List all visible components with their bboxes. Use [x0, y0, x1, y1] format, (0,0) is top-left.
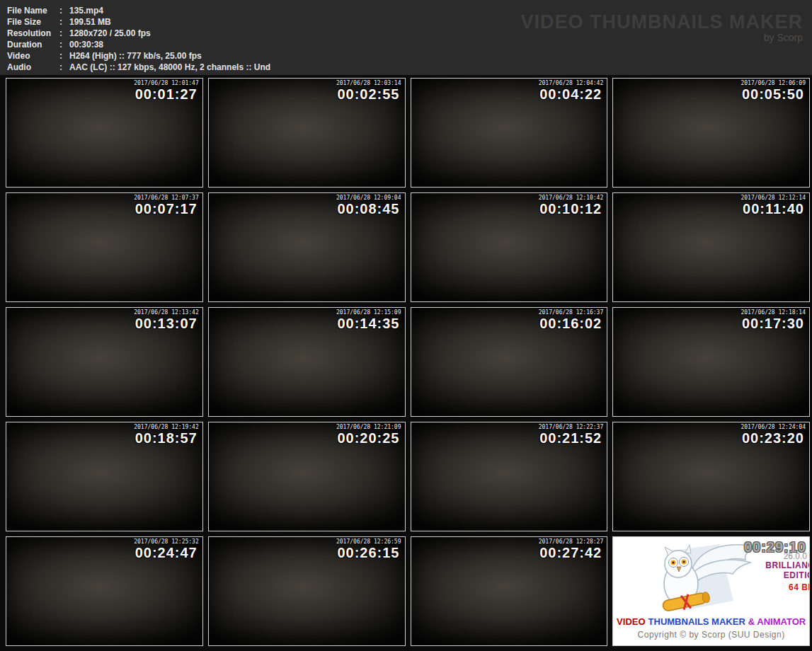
camera-datetime-overlay: 2017/06/28 12:01:47: [134, 80, 199, 86]
video-thumbnail[interactable]: 2017/06/28 12:16:37 00:16:02: [411, 307, 608, 417]
timestamp-overlay: 00:14:35: [337, 316, 399, 332]
field-label: File Name: [7, 5, 59, 16]
camera-datetime-overlay: 2017/06/28 12:07:37: [134, 195, 199, 201]
field-label: Video: [7, 50, 59, 62]
file-info-row: Audio:AAC (LC) :: 127 kbps, 48000 Hz, 2 …: [7, 62, 270, 73]
edition-label: BRILLIANCE EDITION: [765, 560, 810, 580]
field-label: File Size: [7, 16, 59, 28]
field-value: 1280x720 / 25.00 fps: [69, 28, 151, 38]
field-value: AAC (LC) :: 127 kbps, 48000 Hz, 2 channe…: [69, 62, 270, 72]
file-info-header: File Name:135.mp4 File Size:199.51 MB Re…: [0, 0, 812, 75]
camera-datetime-overlay: 2017/06/28 12:21:09: [336, 424, 401, 430]
timestamp-overlay: 00:16:02: [539, 316, 602, 332]
field-separator: :: [59, 28, 69, 39]
file-info-row: File Size:199.51 MB: [7, 16, 270, 28]
video-thumbnail[interactable]: 2017/06/28 12:03:14 00:02:55: [208, 78, 406, 188]
camera-datetime-overlay: 2017/06/28 12:06:09: [740, 80, 806, 86]
timestamp-overlay: 00:21:52: [539, 430, 602, 447]
video-thumbnail[interactable]: 2017/06/28 12:28:27 00:27:42: [411, 536, 608, 646]
camera-datetime-overlay: 2017/06/28 12:09:04: [336, 195, 401, 201]
timestamp-overlay: 00:11:40: [743, 201, 804, 217]
file-info-row: File Name:135.mp4: [7, 5, 270, 16]
camera-datetime-overlay: 2017/06/28 12:03:14: [336, 80, 401, 86]
timestamp-overlay: 00:04:22: [539, 86, 602, 103]
timestamp-overlay: 00:24:47: [135, 545, 198, 561]
video-thumbnail[interactable]: 2017/06/28 12:19:42 00:18:57: [6, 422, 203, 531]
video-thumbnail[interactable]: 2017/06/28 12:21:09 00:20:25: [208, 422, 406, 531]
thumbnail-grid: 2017/06/28 12:01:47 00:01:27 2017/06/28 …: [6, 78, 810, 646]
video-thumbnail[interactable]: 2017/06/28 12:12:14 00:11:40: [612, 192, 810, 302]
timestamp-overlay: 00:17:30: [742, 316, 804, 332]
file-info-block: File Name:135.mp4 File Size:199.51 MB Re…: [7, 5, 270, 73]
camera-datetime-overlay: 2017/06/28 12:28:27: [539, 538, 604, 545]
app-title-part: THUMBNAILS MAKER: [648, 616, 745, 627]
app-logo-subtitle: by Scorp: [521, 32, 804, 43]
timestamp-overlay: 00:01:27: [135, 86, 198, 103]
video-thumbnail[interactable]: 2017/06/28 12:13:42 00:13:07: [6, 307, 203, 417]
edition-line: BRILLIANCE: [765, 560, 810, 570]
camera-datetime-overlay: 2017/06/28 12:22:37: [539, 424, 604, 430]
video-thumbnail[interactable]: 2017/06/28 12:09:04 00:08:45: [208, 192, 406, 302]
video-thumbnail[interactable]: 2017/06/28 12:15:09 00:14:35: [208, 307, 406, 417]
app-title-part: & ANIMATOR: [748, 616, 806, 627]
camera-datetime-overlay: 2017/06/28 12:19:42: [134, 424, 199, 430]
camera-datetime-overlay: 2017/06/28 12:25:32: [134, 538, 199, 545]
timestamp-overlay: 00:26:15: [337, 545, 399, 561]
video-thumbnail[interactable]: 2017/06/28 12:25:32 00:24:47: [6, 536, 203, 646]
file-info-row: Video:H264 (High) :: 777 kb/s, 25.00 fps: [7, 50, 270, 62]
camera-datetime-overlay: 2017/06/28 12:10:42: [539, 195, 604, 201]
timestamp-overlay: 00:08:45: [337, 201, 399, 217]
edition-line: EDITION: [765, 570, 810, 580]
timestamp-overlay: 00:13:07: [135, 316, 198, 332]
file-info-row: Resolution:1280x720 / 25.00 fps: [7, 28, 270, 39]
app-logo-title: VIDEO THUMBNAILS MAKER: [521, 11, 804, 33]
camera-datetime-overlay: 2017/06/28 12:16:37: [539, 309, 604, 316]
field-separator: :: [59, 16, 69, 28]
camera-datetime-overlay: 2017/06/28 12:18:14: [740, 309, 806, 316]
timestamp-overlay: 00:05:50: [742, 86, 804, 103]
field-separator: :: [59, 39, 69, 50]
bits-label: 64 BIT: [789, 582, 810, 592]
camera-datetime-overlay: 2017/06/28 12:12:14: [740, 195, 806, 201]
timestamp-overlay: 00:27:42: [539, 545, 602, 561]
video-thumbnail[interactable]: 2017/06/28 12:18:14 00:17:30: [612, 307, 810, 417]
field-separator: :: [59, 5, 69, 16]
video-thumbnail[interactable]: 2017/06/28 12:22:37 00:21:52: [411, 422, 608, 531]
camera-datetime-overlay: 2017/06/28 12:04:42: [539, 80, 604, 86]
timestamp-overlay: 00:07:17: [135, 201, 198, 217]
copyright-text: Copyright © by Scorp (SUU Design): [613, 630, 809, 640]
app-title: VIDEOTHUMBNAILS MAKER& ANIMATOR: [613, 616, 809, 627]
field-label: Duration: [7, 39, 59, 50]
camera-datetime-overlay: 2017/06/28 12:24:04: [740, 424, 806, 430]
video-thumbnail[interactable]: 2017/06/28 12:07:37 00:07:17: [6, 192, 203, 302]
video-thumbnail[interactable]: 2017/06/28 12:06:09 00:05:50: [612, 78, 810, 188]
video-thumbnail[interactable]: 2017/06/28 12:04:42 00:04:22: [411, 78, 608, 188]
video-thumbnail[interactable]: 2017/06/28 12:24:04 00:23:20: [612, 422, 810, 531]
video-thumbnail[interactable]: 2017/06/28 12:10:42 00:10:12: [411, 192, 608, 302]
camera-datetime-overlay: 2017/06/28 12:15:09: [336, 309, 401, 316]
field-value: 00:30:38: [69, 40, 103, 50]
timestamp-overlay: 00:23:20: [742, 430, 804, 447]
video-thumbnail[interactable]: 2017/06/28 12:01:47 00:01:27: [6, 78, 203, 188]
timestamp-overlay: 00:20:25: [337, 430, 399, 447]
field-separator: :: [59, 62, 69, 73]
field-value: 135.mp4: [69, 6, 103, 16]
version-label: 26.0.0: [784, 551, 807, 561]
app-title-part: VIDEO: [617, 616, 645, 627]
branding-cell: 00:29:10 26.0.0 BRILLIANCE EDITION 64 BI…: [612, 536, 810, 646]
field-label: Resolution: [7, 28, 59, 39]
video-thumbnail[interactable]: 2017/06/28 12:26:59 00:26:15: [208, 536, 406, 646]
timestamp-overlay: 00:02:55: [337, 86, 399, 103]
file-info-row: Duration:00:30:38: [7, 39, 270, 50]
app-logo: VIDEO THUMBNAILS MAKER by Scorp: [521, 11, 804, 43]
field-label: Audio: [7, 62, 59, 73]
camera-datetime-overlay: 2017/06/28 12:13:42: [134, 309, 199, 316]
timestamp-overlay: 00:10:12: [539, 201, 602, 217]
field-value: H264 (High) :: 777 kb/s, 25.00 fps: [69, 51, 202, 61]
camera-datetime-overlay: 2017/06/28 12:26:59: [336, 538, 401, 545]
timestamp-overlay: 00:18:57: [135, 430, 198, 447]
field-separator: :: [59, 50, 69, 62]
field-value: 199.51 MB: [69, 17, 111, 27]
contact-sheet: File Name:135.mp4 File Size:199.51 MB Re…: [0, 0, 812, 651]
